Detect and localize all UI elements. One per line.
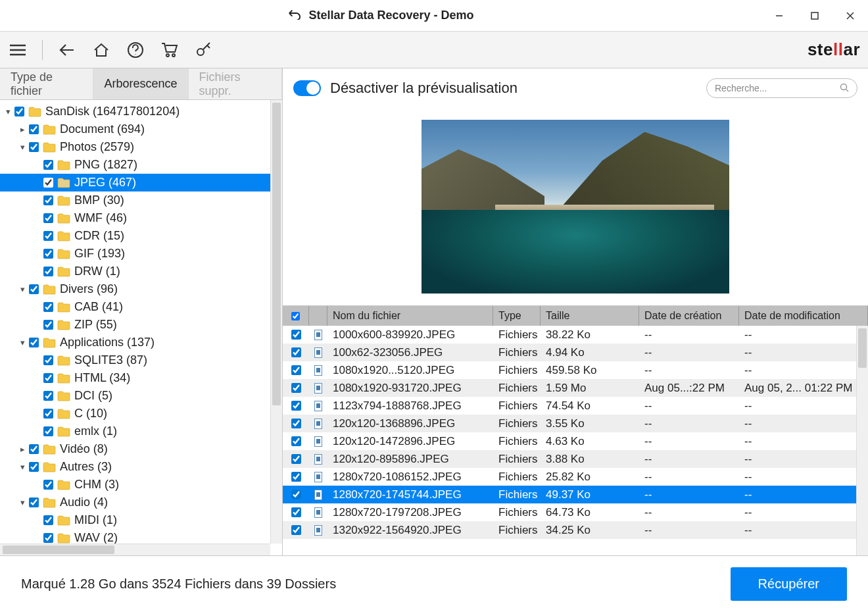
tree-checkbox[interactable] <box>43 249 53 259</box>
tree-item[interactable]: ▸GIF (193) <box>0 245 282 263</box>
tree-checkbox[interactable] <box>43 178 53 188</box>
tree-item[interactable]: ▸PNG (1827) <box>0 156 282 174</box>
tree-checkbox[interactable] <box>29 142 39 152</box>
table-row[interactable]: 120x120-1368896.JPEGFichiers3.55 Ko---- <box>283 415 868 432</box>
tree-checkbox[interactable] <box>43 409 53 419</box>
row-checkbox[interactable] <box>291 419 301 428</box>
help-icon[interactable] <box>126 40 145 60</box>
tree-item[interactable]: ▸CAB (41) <box>0 298 282 316</box>
tree-checkbox[interactable] <box>43 231 53 241</box>
tree-item[interactable]: ▾Photos (2579) <box>0 138 282 156</box>
home-icon[interactable] <box>91 40 111 60</box>
back-icon[interactable] <box>57 40 77 60</box>
tree-item[interactable]: ▸HTML (34) <box>0 369 282 387</box>
tree-item[interactable]: ▾Divers (96) <box>0 280 282 298</box>
row-checkbox[interactable] <box>291 401 301 411</box>
caret-icon[interactable]: ▾ <box>17 284 28 294</box>
header-name[interactable]: Nom du fichier <box>327 306 493 326</box>
tree-checkbox[interactable] <box>43 213 53 223</box>
caret-icon[interactable]: ▾ <box>3 107 13 116</box>
caret-icon[interactable]: ▾ <box>17 497 28 507</box>
tree-checkbox[interactable] <box>43 195 53 205</box>
tree-checkbox[interactable] <box>29 462 39 472</box>
undo-icon[interactable] <box>287 8 302 23</box>
table-scrollbar-v[interactable] <box>856 326 868 555</box>
table-row[interactable]: 1280x720-1086152.JPEGFichiers25.82 Ko---… <box>283 468 868 486</box>
menu-icon[interactable] <box>8 40 28 60</box>
tree-item[interactable]: ▸CDR (15) <box>0 227 282 245</box>
tree-checkbox[interactable] <box>14 107 24 116</box>
tree-checkbox[interactable] <box>29 444 39 454</box>
tree-item[interactable]: ▸emlx (1) <box>0 422 282 440</box>
row-checkbox[interactable] <box>291 454 301 464</box>
caret-icon[interactable]: ▸ <box>17 124 28 134</box>
table-row[interactable]: 1123x794-1888768.JPEGFichiers74.54 Ko---… <box>283 397 868 415</box>
table-row[interactable]: 100x62-323056.JPEGFichiers4.94 Ko---- <box>283 344 868 361</box>
tree-item[interactable]: ▸WMF (46) <box>0 209 282 227</box>
tree-checkbox[interactable] <box>29 497 39 507</box>
tab-tree[interactable]: Arborescence <box>93 68 188 99</box>
tree-scrollbar-h[interactable] <box>0 544 270 555</box>
row-checkbox[interactable] <box>291 436 301 446</box>
tree-item[interactable]: ▾Autres (3) <box>0 458 282 476</box>
caret-icon[interactable]: ▾ <box>17 142 28 152</box>
header-modified[interactable]: Date de modification <box>739 306 868 326</box>
tree-item[interactable]: ▸DRW (1) <box>0 263 282 280</box>
tab-filetype[interactable]: Type de fichier <box>0 68 93 99</box>
row-checkbox[interactable] <box>291 525 301 535</box>
tree-item[interactable]: ▸DCI (5) <box>0 387 282 405</box>
tree-checkbox[interactable] <box>43 533 53 543</box>
tree-checkbox[interactable] <box>43 320 53 330</box>
caret-icon[interactable]: ▸ <box>17 444 28 454</box>
tree-checkbox[interactable] <box>43 480 53 490</box>
tree-checkbox[interactable] <box>43 426 53 436</box>
key-icon[interactable] <box>194 40 214 60</box>
tree-item[interactable]: ▸Vidéo (8) <box>0 440 282 458</box>
table-row[interactable]: 120x120-1472896.JPEGFichiers4.63 Ko---- <box>283 432 868 450</box>
tree-item[interactable]: ▸Document (694) <box>0 120 282 138</box>
preview-toggle[interactable] <box>293 80 321 96</box>
tree-checkbox[interactable] <box>29 284 39 294</box>
tab-deleted[interactable]: Fichiers suppr. <box>189 68 282 99</box>
table-row[interactable]: 1080x1920-931720.JPEGFichiers1.59 MoAug … <box>283 379 868 397</box>
cart-icon[interactable] <box>160 40 180 60</box>
row-checkbox[interactable] <box>291 507 301 517</box>
tree-checkbox[interactable] <box>43 160 53 170</box>
header-type[interactable]: Type <box>493 306 541 326</box>
tree-item[interactable]: ▸BMP (30) <box>0 191 282 209</box>
table-row[interactable]: 1080x1920...5120.JPEGFichiers459.58 Ko--… <box>283 361 868 379</box>
tree-item[interactable]: ▸C (10) <box>0 405 282 422</box>
tree-checkbox[interactable] <box>43 267 53 276</box>
row-checkbox[interactable] <box>291 383 301 393</box>
tree-item[interactable]: ▸ZIP (55) <box>0 316 282 334</box>
tree-item[interactable]: ▾Audio (4) <box>0 494 282 511</box>
table-row[interactable]: 1280x720-1745744.JPEGFichiers49.37 Ko---… <box>283 486 868 503</box>
tree-item[interactable]: ▸SQLITE3 (87) <box>0 351 282 369</box>
minimize-button[interactable] <box>761 0 797 32</box>
tree-checkbox[interactable] <box>43 391 53 401</box>
tree-scrollbar-v[interactable] <box>270 100 282 544</box>
recover-button[interactable]: Récupérer <box>731 567 847 601</box>
table-row[interactable]: 120x120-895896.JPEGFichiers3.88 Ko---- <box>283 450 868 468</box>
table-row[interactable]: 1280x720-1797208.JPEGFichiers64.73 Ko---… <box>283 503 868 521</box>
tree-checkbox[interactable] <box>43 302 53 312</box>
row-checkbox[interactable] <box>291 330 301 340</box>
row-checkbox[interactable] <box>291 347 301 357</box>
header-checkbox[interactable] <box>283 306 309 326</box>
tree-checkbox[interactable] <box>43 373 53 383</box>
header-created[interactable]: Date de création <box>639 306 739 326</box>
tree-item[interactable]: ▸MIDI (1) <box>0 511 282 529</box>
table-row[interactable]: 1000x600-839920.JPEGFichiers38.22 Ko---- <box>283 326 868 344</box>
tree-checkbox[interactable] <box>43 355 53 365</box>
search-input[interactable]: Recherche... <box>706 78 857 98</box>
tree-checkbox[interactable] <box>29 124 39 134</box>
tree-checkbox[interactable] <box>43 515 53 525</box>
tree-item[interactable]: ▾SanDisk (164717801204) <box>0 103 282 120</box>
header-size[interactable]: Taille <box>541 306 639 326</box>
tree-item[interactable]: ▸JPEG (467) <box>0 174 282 191</box>
row-checkbox[interactable] <box>291 365 301 375</box>
table-row[interactable]: 1320x922-1564920.JPEGFichiers34.25 Ko---… <box>283 521 868 539</box>
row-checkbox[interactable] <box>291 490 301 499</box>
maximize-button[interactable] <box>797 0 832 32</box>
tree-checkbox[interactable] <box>29 338 39 347</box>
